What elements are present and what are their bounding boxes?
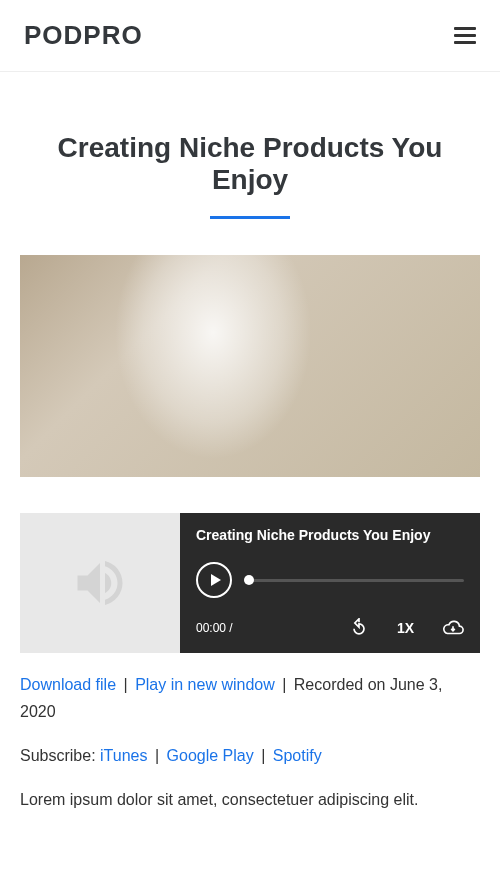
play-button[interactable] (196, 562, 232, 598)
site-logo[interactable]: PODPRO (24, 20, 143, 51)
subscribe-google[interactable]: Google Play (167, 747, 254, 764)
download-file-link[interactable]: Download file (20, 676, 116, 693)
player-bottom-row: 00:00 / 1X (196, 617, 464, 639)
body-text: Lorem ipsum dolor sit amet, consectetuer… (20, 787, 480, 813)
speaker-icon (70, 553, 130, 613)
player-controls: Creating Niche Products You Enjoy 00:00 … (180, 513, 480, 653)
recorded-prefix: Recorded on (294, 676, 390, 693)
separator: | (124, 676, 128, 693)
hero-image (20, 255, 480, 477)
subscribe-label: Subscribe: (20, 747, 100, 764)
rewind-icon[interactable] (349, 618, 369, 638)
subscribe-itunes[interactable]: iTunes (100, 747, 147, 764)
main-content: Creating Niche Products You Enjoy Creati… (0, 132, 500, 813)
title-underline (210, 216, 290, 219)
separator: | (282, 676, 286, 693)
separator: | (155, 747, 159, 764)
episode-links: Download file | Play in new window | Rec… (20, 671, 480, 725)
subscribe-row: Subscribe: iTunes | Google Play | Spotif… (20, 747, 480, 765)
player-actions: 1X (349, 617, 464, 639)
progress-bar[interactable] (244, 579, 464, 582)
time-elapsed: 00:00 / (196, 621, 233, 635)
player-progress-row (196, 562, 464, 598)
separator: | (261, 747, 265, 764)
play-new-window-link[interactable]: Play in new window (135, 676, 275, 693)
hamburger-menu-icon[interactable] (454, 27, 476, 44)
page-title: Creating Niche Products You Enjoy (20, 132, 480, 196)
header: PODPRO (0, 0, 500, 72)
speed-button[interactable]: 1X (397, 620, 414, 636)
download-icon[interactable] (442, 617, 464, 639)
audio-player: Creating Niche Products You Enjoy 00:00 … (20, 513, 480, 653)
player-artwork (20, 513, 180, 653)
subscribe-spotify[interactable]: Spotify (273, 747, 322, 764)
player-track-title: Creating Niche Products You Enjoy (196, 527, 464, 543)
